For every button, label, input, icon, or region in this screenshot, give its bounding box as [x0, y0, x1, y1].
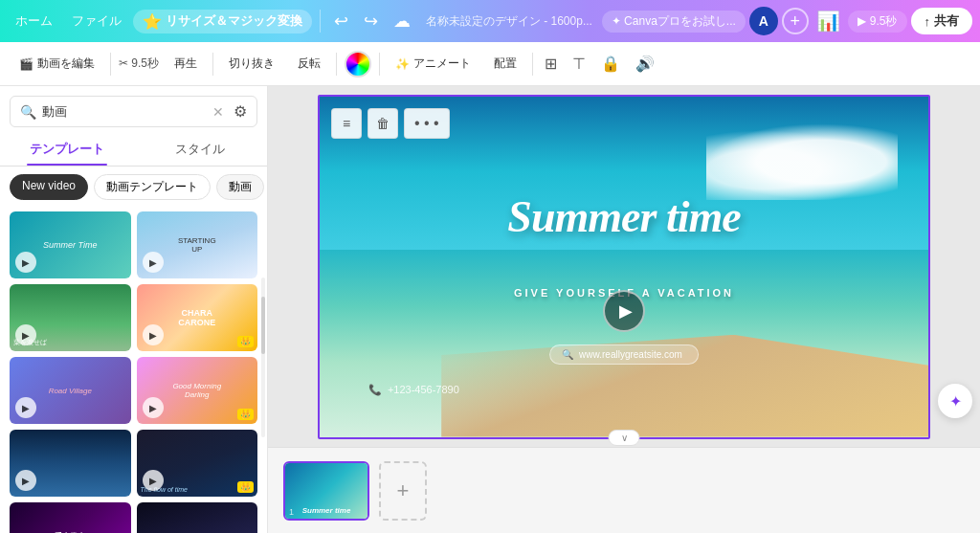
canvas-url-bar[interactable]: 🔍 www.reallygreatsite.com: [549, 344, 699, 365]
template-card-1[interactable]: Summer Time ▶: [10, 211, 131, 278]
canva-trial-button[interactable]: ✦ Canvaプロをお試し...: [602, 11, 746, 33]
canvas-content: Summer time GIVE YOURSELF A VACATION ▶ 🔍…: [320, 97, 928, 437]
play-nav-icon: ▶: [858, 14, 866, 28]
speaker-icon-button[interactable]: 🔊: [632, 51, 658, 77]
search-input[interactable]: [42, 104, 207, 119]
canvas-play-button[interactable]: ▶: [603, 290, 645, 332]
toolbar-separator-4: [379, 53, 380, 76]
top-navigation: ホーム ファイル ⭐ リサイズ＆マジック変換 ↩ ↪ ☁ 名称未設定のデザイン …: [0, 0, 980, 42]
search-clear-icon[interactable]: ✕: [212, 104, 224, 120]
phone-text: +123-456-7890: [388, 384, 459, 395]
edit-video-button[interactable]: 🎬 動画を編集: [11, 52, 102, 76]
thumb-bg: Summer time: [285, 463, 368, 519]
crown-badge-3: 👑: [237, 481, 254, 493]
thumb-title: Summer time: [302, 506, 351, 515]
home-button[interactable]: ホーム: [8, 9, 60, 33]
search-icon: 🔍: [20, 104, 36, 120]
crown-badge-2: 👑: [237, 409, 254, 420]
lock-icon-button[interactable]: 🔒: [597, 51, 624, 77]
duration-label: 9.5秒: [870, 13, 898, 30]
add-page-button[interactable]: +: [379, 461, 427, 521]
template-card-6[interactable]: Good MorningDarling ▶ 👑: [137, 357, 258, 424]
share-icon: ↑: [924, 14, 931, 29]
chart-button[interactable]: 📊: [813, 6, 844, 36]
tab-style[interactable]: スタイル: [134, 133, 268, 166]
canvas-area: Summer time GIVE YOURSELF A VACATION ▶ 🔍…: [268, 86, 980, 533]
color-button[interactable]: [345, 51, 371, 78]
canvas-phone[interactable]: 📞 +123-456-7890: [368, 384, 459, 396]
main-layout: 🔍 ✕ ⚙ テンプレート スタイル New video 動画テンプレート 動画 …: [0, 86, 980, 533]
filter-icon[interactable]: ⚙: [234, 102, 247, 121]
url-search-icon: 🔍: [562, 349, 573, 360]
chip-more[interactable]: 動画: [216, 174, 264, 200]
template-card-8[interactable]: The flow of time ▶ 👑: [137, 430, 258, 497]
star-icon: ⭐: [143, 12, 162, 31]
phone-icon: 📞: [368, 384, 382, 396]
document-title: 名称未設定のデザイン - 1600p...: [420, 13, 598, 30]
play-button[interactable]: 再生: [167, 52, 205, 76]
list-ctrl-button[interactable]: ≡: [331, 108, 362, 139]
template-card-2[interactable]: STARTINGUP ▶: [137, 211, 258, 278]
edit-video-icon: 🎬: [19, 57, 33, 71]
bottom-timeline: Summer time 1 +: [268, 447, 980, 533]
canvas-controls: ≡ 🗑 • • •: [331, 108, 450, 139]
toolbar-separator-2: [212, 53, 213, 76]
chip-video-template[interactable]: 動画テンプレート: [94, 174, 211, 200]
file-menu-button[interactable]: ファイル: [64, 9, 129, 33]
magic-sparkle-button[interactable]: ✦: [938, 384, 972, 418]
templates-grid: Summer Time ▶ STARTINGUP ▶ 葉を渡せば ▶ CHARA…: [0, 208, 267, 533]
toolbar-separator-3: [336, 53, 337, 76]
toolbar-separator-1: [110, 53, 111, 76]
editor-toolbar: 🎬 動画を編集 ✂ 9.5秒 再生 切り抜き 反転 ✨ アニメート 配置 ⊞ ⊤…: [0, 42, 980, 86]
scrollbar-thumb[interactable]: [261, 297, 265, 354]
template-card-9[interactable]: 重大発表 ▶: [10, 502, 131, 533]
template-card-3[interactable]: 葉を渡せば ▶: [10, 284, 131, 351]
add-button[interactable]: +: [782, 8, 809, 34]
layout-button[interactable]: 配置: [486, 52, 524, 76]
canvas-frame[interactable]: Summer time GIVE YOURSELF A VACATION ▶ 🔍…: [318, 95, 930, 439]
panel-tabs: テンプレート スタイル: [0, 133, 267, 167]
undo-button[interactable]: ↩: [328, 7, 354, 35]
search-bar: 🔍 ✕ ⚙: [10, 96, 257, 127]
collapse-button[interactable]: ∨: [609, 430, 640, 446]
filter-chips: New video 動画テンプレート 動画: [0, 174, 267, 208]
animate-icon: ✨: [395, 57, 410, 71]
template-card-5[interactable]: Road Village ▶: [10, 357, 131, 424]
scissors-icon: ✂: [119, 56, 128, 70]
trash-ctrl-button[interactable]: 🗑: [368, 108, 398, 139]
redo-button[interactable]: ↪: [358, 7, 384, 35]
cloud-layer: [706, 123, 898, 200]
tab-template[interactable]: テンプレート: [0, 133, 134, 166]
align-icon-button[interactable]: ⊤: [568, 51, 590, 77]
template-card-7[interactable]: ▶: [10, 430, 131, 497]
scrollbar-track: [261, 278, 265, 437]
more-ctrl-button[interactable]: • • •: [404, 108, 450, 139]
play-arrow-icon: ▶: [619, 300, 633, 322]
play-duration-button[interactable]: ▶ 9.5秒: [848, 11, 907, 33]
cut-button[interactable]: 切り抜き: [221, 52, 282, 76]
template-card-4[interactable]: CHARACARONE ▶ 👑: [137, 284, 258, 351]
duration-display: ✂ 9.5秒: [119, 56, 159, 72]
flip-button[interactable]: 反転: [290, 52, 328, 76]
page-number: 1: [289, 507, 294, 517]
left-panel: 🔍 ✕ ⚙ テンプレート スタイル New video 動画テンプレート 動画 …: [0, 86, 268, 533]
user-avatar[interactable]: A: [749, 7, 778, 35]
toolbar-separator-5: [532, 53, 533, 76]
crown-badge: 👑: [237, 336, 254, 347]
nav-separator: [320, 10, 321, 33]
canvas-wrapper: Summer time GIVE YOURSELF A VACATION ▶ 🔍…: [268, 86, 980, 447]
canvas-title[interactable]: Summer time: [507, 191, 740, 242]
grid-icon-button[interactable]: ⊞: [541, 51, 561, 77]
resize-magic-button[interactable]: ⭐ リサイズ＆マジック変換: [133, 10, 312, 33]
chip-new-video[interactable]: New video: [10, 174, 88, 200]
template-card-10[interactable]: ▶ 👑: [137, 502, 258, 533]
url-text: www.reallygreatsite.com: [579, 349, 682, 360]
animate-button[interactable]: ✨ アニメート: [388, 52, 479, 76]
share-button[interactable]: ↑ 共有: [911, 8, 973, 34]
timeline-page-1[interactable]: Summer time 1: [283, 461, 369, 521]
cloud-save-button[interactable]: ☁: [388, 7, 416, 35]
